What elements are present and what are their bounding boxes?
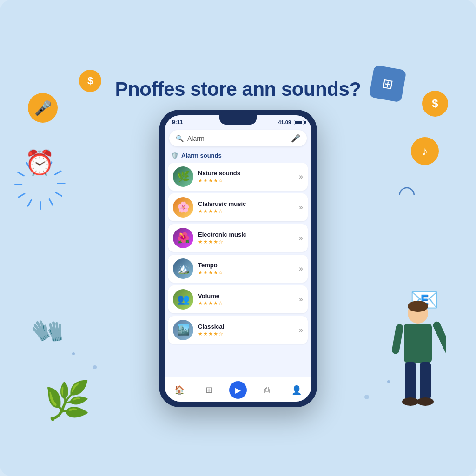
list-item[interactable]: 🌿 Nature sounds ★★★★☆ » — [168, 163, 308, 191]
sound-stars-tempo: ★★★★☆ — [198, 270, 294, 276]
battery-text: 41.09 — [278, 119, 291, 125]
plant-decoration: 🌿 — [44, 379, 91, 423]
phone-device: 9:11 41.09 🔍 Alarm 🎤 🛡️ — [159, 110, 317, 407]
alarm-clock-decoration: ⏰ — [14, 137, 65, 188]
sound-name-classical: Clalsrusic music — [198, 200, 294, 207]
chevron-electronic: » — [299, 234, 303, 242]
svg-rect-2 — [404, 324, 432, 363]
section-header-label: Alarm sounds — [181, 152, 222, 159]
status-right: 41.09 — [278, 119, 304, 125]
chevron-nature: » — [299, 172, 303, 181]
sound-list: 🌿 Nature sounds ★★★★☆ » 🌸 Clalsrusic mus… — [165, 163, 311, 377]
sound-stars-nature: ★★★★☆ — [198, 178, 294, 184]
phone-container: 9:11 41.09 🔍 Alarm 🎤 🛡️ — [159, 110, 317, 407]
page-title: Pnoffes store ann sounds? — [115, 78, 361, 100]
search-bar[interactable]: 🔍 Alarm 🎤 — [169, 130, 307, 146]
chevron-classical2: » — [299, 326, 303, 334]
thumbnail-nature: 🌿 — [173, 166, 193, 187]
sound-name-electronic: Electronic music — [198, 231, 294, 238]
nav-grid[interactable]: ⊞ — [199, 383, 218, 397]
mic-float-icon: 🎤 — [28, 93, 58, 123]
list-item[interactable]: 🌸 Clalsrusic music ★★★★☆ » — [168, 193, 308, 221]
sound-stars-electronic: ★★★★☆ — [198, 239, 294, 245]
svg-point-7 — [402, 397, 419, 406]
sound-stars-classical2: ★★★★☆ — [198, 331, 294, 337]
sound-name-tempo: Tempo — [198, 262, 294, 269]
dot-1 — [72, 352, 75, 355]
mic-icon[interactable]: 🎤 — [291, 134, 300, 143]
sound-name-classical2: Classical — [198, 323, 294, 330]
sound-stars-classical: ★★★★☆ — [198, 208, 294, 214]
sound-info-tempo: Tempo ★★★★☆ — [198, 262, 294, 276]
list-item[interactable]: 👥 Volume ★★★★☆ » — [168, 285, 308, 313]
grid-float-icon: ⊞ — [369, 65, 406, 102]
phone-screen: 9:11 41.09 🔍 Alarm 🎤 🛡️ — [165, 115, 311, 402]
sound-name-volume: Volume — [198, 292, 294, 299]
status-time: 9:11 — [172, 119, 183, 126]
nav-play-button[interactable]: ▶ — [229, 381, 247, 399]
person-figure — [371, 297, 446, 439]
search-icon: 🔍 — [176, 135, 184, 142]
dot-4 — [364, 395, 369, 399]
list-item[interactable]: 🌺 Electronic music ★★★★☆ » — [168, 224, 308, 252]
thumbnail-classical: 🌸 — [173, 197, 193, 218]
search-input-text[interactable]: Alarm — [187, 135, 287, 142]
music-float-icon: ♪ — [411, 137, 439, 165]
list-item[interactable]: 🏙️ Classical ★★★★☆ » — [168, 316, 308, 344]
phone-notch — [219, 115, 257, 125]
sound-info-classical: Clalsrusic music ★★★★☆ — [198, 200, 294, 214]
page-wrapper: Pnoffes store ann sounds? 🎤 $ ⏰ ⊞ $ ♪ ◠ … — [0, 0, 476, 476]
thumbnail-tempo: 🏔️ — [173, 258, 193, 279]
sound-info-volume: Volume ★★★★☆ — [198, 292, 294, 306]
dot-2 — [93, 365, 97, 369]
thumbnail-classical2: 🏙️ — [173, 320, 193, 340]
thumbnail-volume: 👥 — [173, 289, 193, 310]
chevron-classical: » — [299, 203, 303, 212]
sound-stars-volume: ★★★★☆ — [198, 300, 294, 306]
svg-point-1 — [408, 301, 428, 312]
section-header: 🛡️ Alarm sounds — [165, 150, 311, 163]
svg-point-8 — [417, 397, 434, 406]
svg-rect-6 — [420, 362, 431, 399]
svg-rect-3 — [432, 320, 446, 355]
sound-info-classical2: Classical ★★★★☆ — [198, 323, 294, 337]
svg-rect-5 — [405, 362, 416, 399]
thumbnail-electronic: 🌺 — [173, 228, 193, 248]
battery-indicator — [294, 120, 304, 125]
dollar-coin-icon: $ — [79, 70, 101, 92]
sun-dollar-icon: $ — [422, 91, 448, 117]
nav-bookmark[interactable]: ⎙ — [258, 383, 277, 397]
sound-name-nature: Nature sounds — [198, 170, 294, 177]
battery-fill — [295, 121, 302, 124]
hand-icon: 🧤 — [28, 311, 69, 350]
chevron-volume: » — [299, 295, 303, 304]
alarm-face-icon: ⏰ — [25, 149, 55, 177]
sound-info-nature: Nature sounds ★★★★☆ — [198, 170, 294, 184]
list-item[interactable]: 🏔️ Tempo ★★★★☆ » — [168, 255, 308, 283]
section-header-icon: 🛡️ — [171, 152, 178, 159]
bottom-nav: 🏠 ⊞ ▶ ⎙ 👤 — [165, 377, 311, 402]
sound-info-electronic: Electronic music ★★★★☆ — [198, 231, 294, 245]
svg-rect-4 — [391, 324, 404, 355]
nav-home[interactable]: 🏠 — [170, 383, 189, 397]
nav-profile[interactable]: 👤 — [287, 383, 306, 397]
wifi-float-icon: ◠ — [398, 181, 416, 205]
chevron-tempo: » — [299, 264, 303, 273]
